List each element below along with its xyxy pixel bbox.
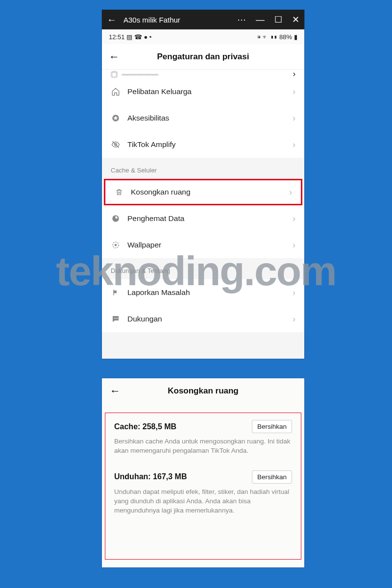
phone-statusbar: 12:51 ▨ ☎ ● • ◪ ᯤ ▮▮ 88% ▮ <box>102 29 304 44</box>
storage-block: Unduhan: 167,3 MBBersihkanUnduhan dapat … <box>114 470 292 515</box>
settings-row[interactable]: Laporkan Masalah› <box>102 279 304 306</box>
status-right: ◪ ᯤ ▮▮ 88% ▮ <box>257 33 297 41</box>
svg-point-5 <box>115 244 117 246</box>
settings-row-label: ▢ ————— <box>111 70 158 78</box>
battery-icon: ▮ <box>294 33 297 41</box>
svg-point-8 <box>117 318 118 319</box>
status-left: 12:51 ▨ ☎ ● • <box>109 33 151 41</box>
panel-header: ← Kosongkan ruang <box>102 378 304 404</box>
settings-row-label: TikTok Amplify <box>127 140 175 149</box>
status-indicators-icon: ▨ ☎ ● • <box>126 33 151 41</box>
settings-row-label: Laporkan Masalah <box>127 288 190 297</box>
window-controls: ⋯ — ☐ ✕ <box>237 14 299 25</box>
settings-row-label: Penghemat Data <box>127 214 184 223</box>
wallpaper-icon <box>111 240 121 250</box>
minimize-icon[interactable]: — <box>256 15 265 25</box>
trash-icon <box>114 187 124 197</box>
settings-row[interactable]: Wallpaper› <box>102 232 304 258</box>
chat-icon <box>111 314 121 324</box>
eye-off-icon <box>111 140 121 149</box>
settings-row-label: Aksesibilitas <box>127 114 169 122</box>
window-title: A30s milik Fathur <box>123 16 230 24</box>
data-saver-icon <box>111 214 121 223</box>
settings-row[interactable]: TikTok Amplify› <box>102 131 304 158</box>
chevron-right-icon: › <box>293 314 295 324</box>
chevron-right-icon: › <box>289 187 292 197</box>
section-header-cache: Cache & Seluler <box>102 158 304 179</box>
free-space-panel: ← Kosongkan ruang Cache: 258,5 MBBersihk… <box>102 378 304 567</box>
settings-row-label: Kosongkan ruang <box>131 188 191 196</box>
window-back-icon[interactable]: ← <box>107 14 117 25</box>
chevron-right-icon: › <box>293 140 295 150</box>
chevron-right-icon: › <box>293 214 295 224</box>
settings-row[interactable]: Aksesibilitas› <box>102 105 304 131</box>
storage-title: Unduhan: 167,3 MB <box>114 472 187 481</box>
svg-point-7 <box>116 318 117 319</box>
settings-row-label: Wallpaper <box>127 241 161 249</box>
settings-row[interactable]: Dukungan› <box>102 306 304 332</box>
settings-row-label: Pelibatan Keluarga <box>127 87 192 96</box>
phone-frame: ← A30s milik Fathur ⋯ — ☐ ✕ 12:51 ▨ ☎ ● … <box>102 10 304 359</box>
page-title: Pengaturan dan privasi <box>109 52 297 62</box>
settings-row[interactable]: Penghemat Data› <box>102 205 304 232</box>
chevron-right-icon: › <box>293 87 295 97</box>
settings-row-label: Dukungan <box>127 315 162 323</box>
window-titlebar: ← A30s milik Fathur ⋯ — ☐ ✕ <box>102 10 304 29</box>
app-header: ← Pengaturan dan privasi <box>102 44 304 70</box>
chevron-right-icon: › <box>293 113 295 123</box>
clear-button[interactable]: Bersihkan <box>252 420 292 433</box>
section-header-support: Dukungan & Tentang <box>102 258 304 279</box>
status-battery: 88% <box>279 33 292 41</box>
chevron-right-icon: › <box>293 240 295 250</box>
status-time: 12:51 <box>109 33 125 41</box>
more-icon[interactable]: ⋯ <box>237 14 246 25</box>
settings-row[interactable]: Pelibatan Keluarga› <box>102 78 304 105</box>
star-icon <box>111 113 121 123</box>
svg-point-6 <box>114 318 115 319</box>
storage-desc: Bersihkan cache Anda untuk mengosongkan … <box>114 437 292 456</box>
storage-desc: Unduhan dapat meliputi efek, filter, sti… <box>114 488 292 515</box>
settings-row[interactable]: Kosongkan ruang› <box>104 179 302 205</box>
flag-icon <box>111 288 121 297</box>
close-icon[interactable]: ✕ <box>292 14 299 25</box>
home-icon <box>111 87 121 97</box>
status-signal-icon: ◪ ᯤ ▮▮ <box>257 33 277 41</box>
storage-block: Cache: 258,5 MBBersihkanBersihkan cache … <box>114 420 292 456</box>
clear-button[interactable]: Bersihkan <box>252 470 292 484</box>
storage-title: Cache: 258,5 MB <box>114 422 176 431</box>
settings-scroll[interactable]: ▢ ————— › Pelibatan Keluarga›Aksesibilit… <box>102 70 304 359</box>
chevron-right-icon: › <box>293 288 295 298</box>
panel-title: Kosongkan ruang <box>110 386 296 396</box>
panel-body-highlight: Cache: 258,5 MBBersihkanBersihkan cache … <box>105 413 301 560</box>
settings-row-partial[interactable]: ▢ ————— › <box>102 70 304 78</box>
maximize-icon[interactable]: ☐ <box>274 14 282 25</box>
chevron-right-icon: › <box>293 70 295 78</box>
